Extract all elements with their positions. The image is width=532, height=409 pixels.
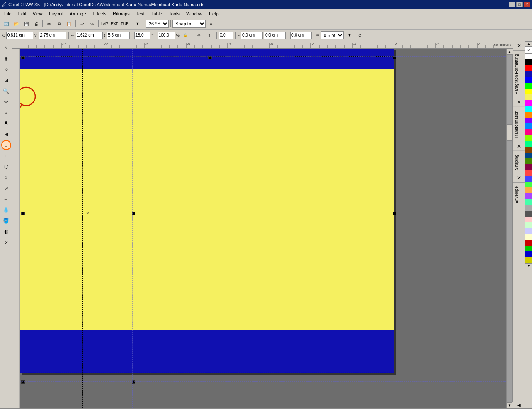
rectangle-tool[interactable]: □ — [1, 140, 11, 150]
handle-bl[interactable] — [21, 380, 25, 384]
scroll-up-button[interactable]: ▲ — [507, 49, 512, 54]
shaping-tab[interactable]: Shaping — [513, 151, 525, 173]
color-darkgray[interactable] — [525, 211, 532, 217]
cut-button[interactable]: ✂ — [44, 19, 54, 28]
outline-x-input[interactable] — [290, 32, 312, 39]
color-maroon[interactable] — [525, 164, 532, 170]
color-violet[interactable] — [525, 193, 532, 199]
handle-tr[interactable] — [393, 56, 396, 59]
fill-tool[interactable]: 🪣 — [1, 216, 11, 226]
canvas-area[interactable]: /* ticks rendered via JS below */ -11-10… — [12, 41, 513, 408]
color-lightmint[interactable] — [525, 222, 532, 228]
color-red[interactable] — [525, 65, 532, 71]
color-orange[interactable] — [525, 112, 532, 118]
corner-x-input[interactable] — [241, 32, 263, 39]
close-button[interactable]: ✕ — [524, 2, 530, 7]
color-darkred[interactable] — [525, 240, 532, 246]
print-button[interactable]: 🖨 — [32, 19, 41, 28]
rotation-pos-input[interactable] — [219, 32, 233, 39]
envelope-tab[interactable]: Envelope — [513, 182, 525, 207]
text-tool[interactable]: A — [1, 118, 11, 128]
color-lavender[interactable] — [525, 228, 532, 234]
stroke-options-button[interactable]: ▼ — [345, 31, 354, 40]
paragraph-formatting-tab[interactable]: Paragraph Formatting — [513, 50, 525, 98]
color-blue[interactable] — [525, 77, 532, 83]
eyedropper-tool[interactable]: 💧 — [1, 205, 11, 215]
handle-mc[interactable] — [132, 212, 135, 215]
transformation-tab[interactable]: Transformation — [513, 107, 525, 142]
new-button[interactable]: 🆕 — [2, 19, 11, 28]
menu-bitmaps[interactable]: Bitmaps — [110, 10, 133, 17]
color-lime[interactable] — [525, 135, 532, 141]
zoom-tool[interactable]: 🔍 — [1, 86, 11, 96]
color-lightpink[interactable] — [525, 217, 532, 222]
polygon-tool[interactable]: ⬡ — [1, 162, 11, 172]
menu-edit[interactable]: Edit — [15, 10, 30, 17]
color-cyan[interactable] — [525, 106, 532, 112]
palette-scroll-up[interactable]: ▲ — [525, 41, 532, 46]
blend-tool[interactable]: ⧖ — [1, 237, 11, 247]
menu-help[interactable]: Help — [206, 10, 222, 17]
color-light-yellow[interactable] — [525, 94, 532, 100]
color-green[interactable] — [525, 83, 532, 89]
color-lightred[interactable] — [525, 170, 532, 176]
v-scroll-track[interactable] — [507, 54, 513, 402]
menu-tools[interactable]: Tools — [165, 10, 183, 17]
import-button[interactable]: IMP — [100, 19, 109, 28]
paste-button[interactable]: 📋 — [64, 19, 74, 28]
save-button[interactable]: 💾 — [22, 19, 31, 28]
scroll-down-button[interactable]: ▼ — [507, 402, 512, 408]
redo-button[interactable]: ↪ — [87, 19, 96, 28]
panel-icon-1[interactable]: ✕ — [515, 98, 523, 107]
color-lightblue[interactable] — [525, 123, 532, 129]
color-white[interactable] — [525, 54, 532, 59]
no-fill-swatch[interactable]: ⊘ — [525, 46, 532, 54]
smear-tool[interactable]: ⟡ — [1, 64, 11, 74]
crop-tool[interactable]: ⊡ — [1, 75, 11, 85]
selection-tool[interactable]: ↖ — [1, 43, 11, 53]
panel-icon-2[interactable]: ✕ — [515, 142, 523, 151]
color-medblue2[interactable] — [525, 251, 532, 257]
color-dark-blue[interactable] — [525, 71, 532, 77]
freehand-tool[interactable]: ✏ — [1, 97, 11, 107]
mirror-h-button[interactable]: ⇔ — [195, 31, 204, 40]
canvas-inner[interactable]: × — [20, 49, 513, 408]
open-button[interactable]: 📂 — [12, 19, 21, 28]
panel-collapse-button[interactable]: ◀ — [513, 402, 525, 408]
menu-table[interactable]: Table — [148, 10, 165, 17]
publish-button[interactable]: PUB — [120, 19, 129, 28]
menu-effects[interactable]: Effects — [89, 10, 110, 17]
color-mint[interactable] — [525, 141, 532, 147]
color-black[interactable] — [525, 59, 532, 65]
connector-tool[interactable]: ↗ — [1, 183, 11, 193]
color-lightgreen[interactable] — [525, 182, 532, 187]
menu-file[interactable]: File — [1, 10, 15, 17]
color-medgreen[interactable] — [525, 246, 532, 251]
mirror-v-button[interactable]: ⇕ — [205, 31, 214, 40]
handle-tl[interactable] — [21, 56, 25, 59]
y-input[interactable] — [39, 32, 66, 39]
minimize-button[interactable]: ─ — [509, 2, 515, 7]
panel-close-icon[interactable]: ✕ — [515, 41, 523, 50]
menu-text[interactable]: Text — [133, 10, 148, 17]
color-cream[interactable] — [525, 234, 532, 240]
handle-ml[interactable] — [21, 212, 25, 215]
v-scrollbar[interactable]: ▲ ▼ — [506, 49, 513, 408]
color-purple[interactable] — [525, 118, 532, 123]
maximize-button[interactable]: □ — [516, 2, 523, 7]
basic-shapes-tool[interactable]: ☆ — [1, 172, 11, 182]
shape-tool[interactable]: ◈ — [1, 54, 11, 64]
color-pink[interactable] — [525, 129, 532, 135]
handle-tc[interactable] — [208, 56, 212, 59]
menu-arrange[interactable]: Arrange — [66, 10, 89, 17]
v-scroll-thumb[interactable] — [507, 124, 512, 141]
menu-layout[interactable]: Layout — [46, 10, 66, 17]
color-seafoam[interactable] — [525, 199, 532, 205]
panel-icon-3[interactable]: ✕ — [515, 173, 523, 182]
interactive-fill-tool[interactable]: ◐ — [1, 227, 11, 237]
stroke-width-dropdown[interactable]: 0.5 pt1 pt2 pt — [321, 31, 344, 39]
angle-input[interactable] — [134, 32, 150, 39]
fill-dropdown-button[interactable]: ▼ — [133, 19, 142, 28]
ellipse-tool[interactable]: ○ — [1, 151, 11, 161]
scale-input[interactable] — [158, 32, 175, 39]
